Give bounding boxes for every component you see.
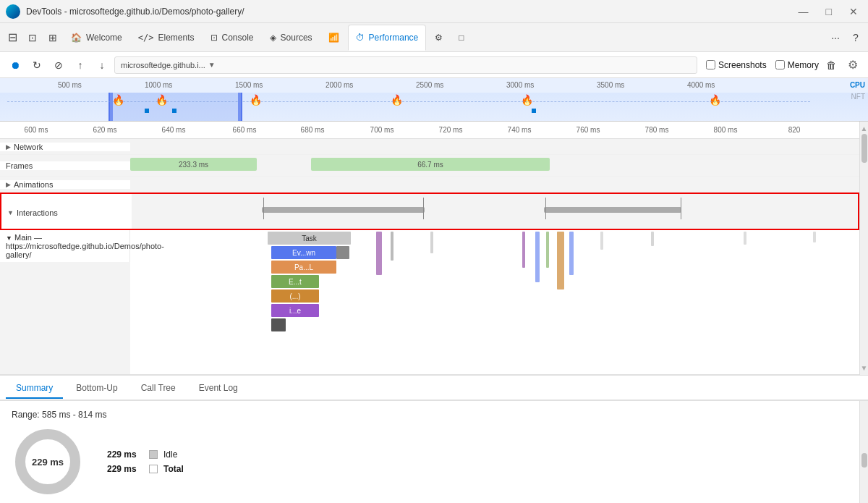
ruler-mark-3500: 3500 ms	[597, 81, 624, 89]
legend-idle: 229 ms Idle	[107, 449, 184, 460]
dock-button[interactable]: ⊡	[23, 28, 42, 47]
scatter-1	[376, 232, 382, 275]
memory-checkbox[interactable]	[775, 60, 785, 69]
tab-settings-gear[interactable]: ⚙	[427, 25, 450, 51]
record-button[interactable]: ⏺	[6, 56, 25, 75]
undock-button[interactable]: ⊞	[43, 28, 62, 47]
interaction-bar-1	[262, 207, 425, 213]
task-block-main: Task	[268, 232, 351, 245]
device-icon: □	[459, 33, 464, 43]
scatter-11	[744, 232, 746, 245]
network-content	[130, 139, 859, 154]
console-icon: ⊡	[210, 33, 218, 43]
delete-button[interactable]: 🗑	[822, 56, 841, 75]
maximize-button[interactable]: □	[822, 4, 836, 19]
url-text: microsoftedge.github.i...	[121, 61, 205, 69]
flame-marker-2: 🔥	[156, 94, 168, 106]
flame-marker-1: 🔥	[112, 94, 124, 106]
tab-bottom-up[interactable]: Bottom-Up	[66, 379, 127, 399]
scroll-up-button[interactable]: ▲	[859, 123, 868, 134]
network-text: Network	[14, 143, 43, 151]
timeline-scrollbar[interactable]: ▲ ▼	[859, 122, 868, 375]
summary-scrollbar[interactable]	[859, 401, 868, 503]
frame-block-2-text: 66.7 ms	[417, 161, 443, 169]
scatter-4	[522, 232, 525, 268]
frame-block-1-text: 233.3 ms	[179, 161, 208, 169]
event-block-evwn: Ev...wn	[271, 246, 336, 259]
ruler-mark-1500: 1500 ms	[235, 81, 263, 89]
tab-performance[interactable]: ⏱ Performance	[348, 25, 427, 51]
frames-content: 233.3 ms 66.7 ms	[130, 155, 859, 176]
network-toggle[interactable]: ▶	[6, 143, 11, 151]
interactions-toggle[interactable]: ▼	[7, 209, 14, 216]
url-arrow[interactable]: ▼	[208, 61, 216, 69]
more-tabs-button[interactable]: ···	[826, 28, 845, 47]
refresh-button[interactable]: ↻	[27, 56, 46, 75]
screenshots-checkbox[interactable]	[706, 60, 715, 69]
scatter-9	[600, 232, 603, 250]
scrollbar-thumb[interactable]	[861, 134, 867, 163]
scatter-7	[557, 232, 564, 289]
selection-range[interactable]	[109, 93, 242, 122]
event-block-dots: (...)	[271, 289, 319, 303]
tab-event-log[interactable]: Event Log	[189, 379, 248, 399]
tab-device[interactable]: □	[451, 25, 471, 51]
tab-elements[interactable]: </> Elements	[131, 25, 202, 51]
ruler-mark-3000: 3000 ms	[506, 81, 534, 89]
summary-scrollbar-thumb[interactable]	[861, 453, 867, 468]
overview-chart[interactable]: 🔥 🔥 🔥 🔥 🔥 🔥	[0, 93, 868, 122]
selection-handle-right[interactable]	[238, 93, 242, 122]
sources-icon: ◈	[270, 33, 276, 43]
sidebar-toggle-button[interactable]: ⊟	[3, 28, 22, 47]
total-label: Total	[163, 464, 184, 474]
scroll-down-button[interactable]: ▼	[859, 363, 868, 373]
memory-label[interactable]: Memory	[788, 60, 819, 70]
detail-mark-640: 640 ms	[162, 126, 186, 134]
help-button[interactable]: ?	[846, 28, 865, 47]
tab-console[interactable]: ⊡ Console	[203, 25, 261, 51]
ruler-mark-2000: 2000 ms	[326, 81, 353, 89]
idle-label: Idle	[163, 449, 177, 460]
tab-sources[interactable]: ◈ Sources	[263, 25, 320, 51]
timeline-detail: 600 ms 620 ms 640 ms 660 ms 680 ms 700 m…	[0, 122, 859, 375]
upload-button[interactable]: ↑	[71, 56, 90, 75]
clear-button[interactable]: ⊘	[49, 56, 68, 75]
tick-1	[263, 198, 264, 219]
tab-call-tree[interactable]: Call Tree	[131, 379, 186, 399]
tab-summary[interactable]: Summary	[6, 379, 63, 399]
animations-toggle[interactable]: ▶	[6, 181, 11, 188]
flame-marker-6: 🔥	[709, 94, 721, 106]
main-thread-row: ▼ Main — https://microsoftedge.github.io…	[0, 230, 859, 375]
network-row: ▶ Network	[0, 139, 859, 155]
minimize-button[interactable]: —	[794, 4, 813, 19]
interactions-content	[132, 194, 858, 229]
ruler-mark-500: 500 ms	[58, 81, 82, 89]
flame-marker-5: 🔥	[521, 94, 533, 106]
cpu-label: CPU	[850, 81, 865, 89]
summary-panel: Range: 585 ms - 814 ms 229 ms 229 ms	[0, 401, 859, 503]
ruler-mark-4000: 4000 ms	[687, 81, 715, 89]
tab-network[interactable]: 📶	[321, 25, 346, 51]
scatter-5	[535, 232, 540, 282]
frames-text: Frames	[6, 161, 33, 170]
event-block-pal: Pa...L	[271, 261, 336, 274]
detail-mark-620: 620 ms	[93, 126, 117, 134]
detail-mark-800: 800 ms	[714, 126, 738, 134]
browser-logo	[6, 4, 20, 19]
close-button[interactable]: ✕	[845, 4, 862, 19]
donut-center-value: 229 ms	[32, 457, 64, 468]
scatter-3	[430, 232, 433, 253]
tab-welcome[interactable]: 🏠 Welcome	[64, 25, 129, 51]
detail-mark-600: 600 ms	[25, 126, 48, 134]
screenshots-label[interactable]: Screenshots	[718, 60, 767, 70]
url-display: microsoftedge.github.i... ▼	[114, 56, 697, 74]
memory-checkbox-group: Memory	[775, 60, 819, 70]
small-block-1	[336, 246, 349, 259]
interactions-row: ▼ Interactions	[0, 193, 859, 230]
settings-button[interactable]: ⚙	[843, 56, 862, 75]
main-toggle[interactable]: ▼	[6, 234, 12, 242]
home-icon: 🏠	[71, 33, 82, 43]
frame-block-1: 233.3 ms	[130, 158, 257, 171]
download-button[interactable]: ↓	[93, 56, 111, 75]
animations-content	[130, 177, 859, 192]
